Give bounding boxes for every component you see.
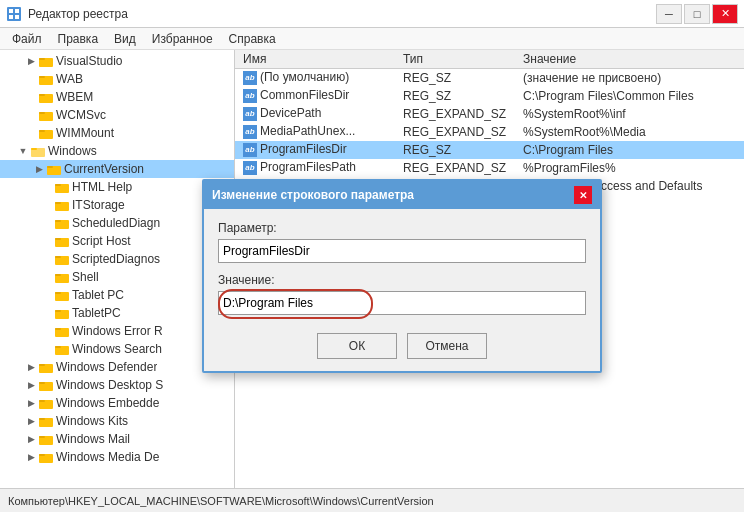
app-icon [6, 6, 22, 22]
folder-icon [54, 234, 70, 248]
svg-rect-14 [39, 130, 45, 132]
folder-icon [38, 72, 54, 86]
maximize-button[interactable]: □ [684, 4, 710, 24]
svg-rect-42 [39, 382, 45, 384]
svg-rect-3 [9, 15, 13, 19]
table-row[interactable]: abMediaPathUnex...REG_EXPAND_SZ%SystemRo… [235, 123, 744, 141]
tree-item[interactable]: ScriptedDiagnos [0, 250, 234, 268]
tree-item-label: Windows Mail [56, 432, 130, 446]
tree-item[interactable]: TabletPC [0, 304, 234, 322]
tree-expander-icon [40, 306, 54, 320]
tree-item-label: Shell [72, 270, 99, 284]
svg-rect-48 [39, 436, 45, 438]
value-type: REG_SZ [395, 141, 515, 159]
minimize-button[interactable]: ─ [656, 4, 682, 24]
svg-rect-38 [55, 346, 61, 348]
value-data: %SystemRoot%\Media [515, 123, 744, 141]
table-row[interactable]: ab(По умолчанию)REG_SZ(значение не присв… [235, 69, 744, 87]
value-type: REG_EXPAND_SZ [395, 159, 515, 177]
menu-bar: ФайлПравкаВидИзбранноеСправка [0, 28, 744, 50]
tree-item[interactable]: HTML Help [0, 178, 234, 196]
value-name: abProgramFilesPath [235, 159, 395, 177]
menu-item-файл[interactable]: Файл [4, 30, 50, 48]
folder-icon [30, 144, 46, 158]
tree-item[interactable]: ▶ Windows Media De [0, 448, 234, 466]
svg-rect-46 [39, 418, 45, 420]
param-input[interactable] [218, 239, 586, 263]
tree-item[interactable]: ▶ CurrentVersion [0, 160, 234, 178]
tree-item[interactable]: WAB [0, 70, 234, 88]
tree-item[interactable]: ITStorage [0, 196, 234, 214]
tree-item[interactable]: Shell [0, 268, 234, 286]
table-row[interactable]: abProgramFilesDirREG_SZC:\Program Files [235, 141, 744, 159]
dialog-title: Изменение строкового параметра [212, 188, 414, 202]
tree-item[interactable]: Script Host [0, 232, 234, 250]
tree-expander-icon [24, 126, 38, 140]
svg-rect-50 [39, 454, 45, 456]
value-input[interactable] [218, 291, 586, 315]
param-label: Параметр: [218, 221, 586, 235]
dialog-close-button[interactable]: ✕ [574, 186, 592, 204]
tree-item[interactable]: ▶ Windows Desktop S [0, 376, 234, 394]
status-bar: Компьютер\HKEY_LOCAL_MACHINE\SOFTWARE\Mi… [0, 488, 744, 512]
tree-expander-icon: ▶ [24, 360, 38, 374]
folder-icon [54, 270, 70, 284]
tree-expander-icon [24, 90, 38, 104]
folder-icon [54, 306, 70, 320]
value-type: REG_EXPAND_SZ [395, 105, 515, 123]
tree-item-label: WCMSvc [56, 108, 106, 122]
tree-item-label: Windows Desktop S [56, 378, 163, 392]
tree-expander-icon [40, 234, 54, 248]
tree-item[interactable]: Windows Search [0, 340, 234, 358]
tree-item[interactable]: ▶ Windows Kits [0, 412, 234, 430]
svg-rect-26 [55, 238, 61, 240]
folder-icon [38, 126, 54, 140]
tree-item-label: WBEM [56, 90, 93, 104]
tree-item[interactable]: WCMSvc [0, 106, 234, 124]
tree-item[interactable]: Windows Error R [0, 322, 234, 340]
folder-icon [54, 180, 70, 194]
value-name: abMediaPathUnex... [235, 123, 395, 141]
menu-item-избранное[interactable]: Избранное [144, 30, 221, 48]
folder-icon [54, 288, 70, 302]
tree-expander-icon: ▼ [16, 144, 30, 158]
cancel-button[interactable]: Отмена [407, 333, 487, 359]
tree-item[interactable]: ▼ Windows [0, 142, 234, 160]
tree-expander-icon [40, 342, 54, 356]
title-bar: Редактор реестра ─ □ ✕ [0, 0, 744, 28]
tree-item-label: ScriptedDiagnos [72, 252, 160, 266]
svg-rect-10 [39, 94, 45, 96]
table-row[interactable]: abDevicePathREG_EXPAND_SZ%SystemRoot%\in… [235, 105, 744, 123]
tree-expander-icon [40, 216, 54, 230]
menu-item-правка[interactable]: Правка [50, 30, 107, 48]
svg-rect-24 [55, 220, 61, 222]
ok-button[interactable]: ОК [317, 333, 397, 359]
svg-rect-20 [55, 184, 61, 186]
tree-expander-icon: ▶ [24, 432, 38, 446]
tree-item-label: ScheduledDiagn [72, 216, 160, 230]
tree-item[interactable]: ScheduledDiagn [0, 214, 234, 232]
tree-item[interactable]: ▶ Windows Embedde [0, 394, 234, 412]
tree-item[interactable]: Tablet PC [0, 286, 234, 304]
tree-item[interactable]: ▶ VisualStudio [0, 52, 234, 70]
tree-item-label: Script Host [72, 234, 131, 248]
value-name: abCommonFilesDir [235, 87, 395, 105]
tree-expander-icon [40, 288, 54, 302]
tree-item[interactable]: WBEM [0, 88, 234, 106]
menu-item-вид[interactable]: Вид [106, 30, 144, 48]
tree-item[interactable]: ▶ Windows Mail [0, 430, 234, 448]
tree-expander-icon: ▶ [24, 396, 38, 410]
tree-item-label: Windows Media De [56, 450, 159, 464]
folder-icon [46, 162, 62, 176]
tree-item-label: Windows Embedde [56, 396, 159, 410]
table-row[interactable]: abCommonFilesDirREG_SZC:\Program Files\C… [235, 87, 744, 105]
menu-item-справка[interactable]: Справка [221, 30, 284, 48]
registry-tree: ▶ VisualStudio WAB WBEM WCMSvc WIMMount▼… [0, 50, 235, 488]
table-row[interactable]: abProgramFilesPathREG_EXPAND_SZ%ProgramF… [235, 159, 744, 177]
tree-item[interactable]: WIMMount [0, 124, 234, 142]
close-button[interactable]: ✕ [712, 4, 738, 24]
svg-rect-40 [39, 364, 45, 366]
folder-icon [54, 198, 70, 212]
tree-item[interactable]: ▶ Windows Defender [0, 358, 234, 376]
value-data: C:\Program Files [515, 141, 744, 159]
